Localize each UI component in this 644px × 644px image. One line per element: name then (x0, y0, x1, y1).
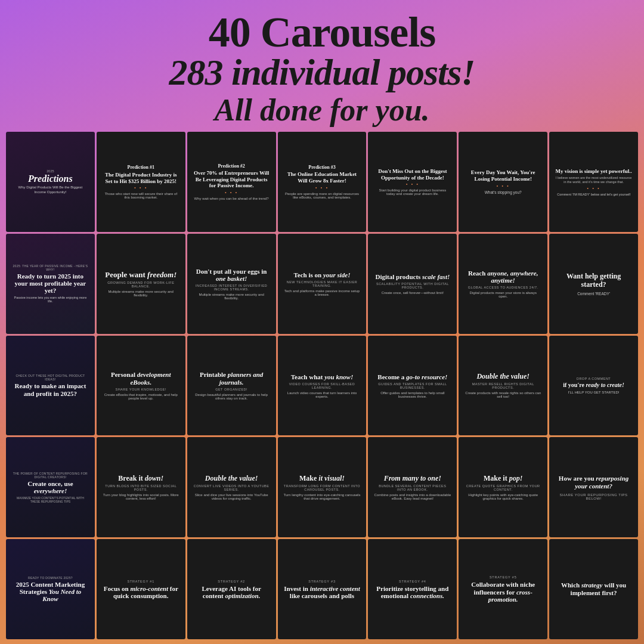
card-r2c1: 2025: THE YEAR OF PASSIVE INCOME - HERE'… (6, 234, 95, 334)
card-title: Reach anyone, anywhere, anytime! (465, 270, 541, 284)
card-cta: Comment 'READY' (577, 292, 610, 296)
card-strategy-label: STRATEGY #1 (127, 580, 154, 583)
card-strategy-label: STRATEGY #5 (490, 575, 517, 579)
dots: • • • (587, 186, 600, 191)
card-sublabel: MASTER RESELL RIGHTS DIGITAL PRODUCTS. (465, 382, 541, 389)
card-r2c6: Reach anyone, anywhere, anytime! GLOBAL … (459, 234, 547, 334)
card-sublabel: SCALABILITY POTENTIAL WITH DIGITAL PRODU… (374, 282, 451, 289)
card-subtitle: The Digital Product Industry is Set to H… (103, 172, 179, 185)
card-sublabel: GET ORGANIZED! (215, 388, 247, 391)
card-body: Why Digital Products Will Be the Biggest… (12, 185, 89, 194)
card-title: Don't Miss Out on the Biggest Opportunit… (374, 168, 451, 181)
card-r1c1: 2025 Predictions Why Digital Products Wi… (6, 132, 95, 232)
card-body: Combine posts and insights into a downlo… (374, 493, 451, 500)
card-r4c1: THE POWER OF CONTENT REPURPOSING FOR DIG… (6, 437, 95, 537)
title-done: All done for you. (6, 93, 638, 127)
card-title: Collaborate with niche influencers for c… (465, 581, 541, 602)
card-title: if you're ready to create! (563, 382, 624, 389)
card-body: Design beautiful planners and journals t… (193, 393, 270, 400)
card-r2c3: Don't put all your eggs in one basket! I… (187, 234, 276, 334)
card-title: Prioritize storytelling and emotional co… (374, 585, 451, 599)
title-sub: 283 individual posts! (6, 54, 638, 91)
card-r5c4: STRATEGY #3 Invest in interactive conten… (278, 539, 367, 639)
card-r5c6: STRATEGY #5 Collaborate with niche influ… (459, 539, 547, 639)
card-body: Highlight key points with eye-catching q… (465, 493, 541, 500)
card-r3c4: Teach what you know! VIDEO COURSES FOR S… (278, 336, 367, 436)
card-body: I believe women are the most underutiliz… (555, 176, 632, 184)
card-toplabel: DROP A COMMENT (577, 377, 611, 380)
card-title: From many to one! (384, 475, 441, 482)
card-body: Digital products mean your store is alwa… (465, 291, 541, 298)
card-sublabel: SHARE YOUR KNOWLEDGE! (115, 388, 166, 391)
card-label: CHECK OUT THESE HOT DIGITAL PRODUCT IDEA… (12, 374, 89, 381)
card-body: Create eBooks that inspire, motivate, an… (103, 393, 179, 400)
card-strategy-label: STRATEGY #2 (218, 580, 245, 583)
card-sublabel: TRANSFORM LONG FORM CONTENT INTO CAROUSE… (284, 484, 361, 491)
dots: • • • (406, 182, 419, 187)
card-title: Invest in interactive content like carou… (284, 585, 361, 599)
card-strategy-label: STRATEGY #3 (308, 580, 336, 583)
card-sublabel: INCREASED INTEREST IN DIVERSIFIED INCOME… (193, 284, 270, 291)
card-sublabel: GLOBAL ACCESS TO AUDIENCES 24/7. (468, 286, 538, 289)
card-r1c2: Prediction #1 The Digital Product Indust… (97, 132, 185, 232)
card-r1c4: Prediction #3 The Online Education Marke… (278, 132, 367, 232)
card-body: Multiple streams make more security and … (103, 290, 179, 297)
card-title: Want help getting started? (555, 272, 632, 289)
card-title: Don't put all your eggs in one basket! (193, 268, 270, 282)
card-r4c4: Make it visual! TRANSFORM LONG FORM CONT… (278, 437, 367, 537)
card-r4c3: Double the value! CONVERT LIVE VIDEOS IN… (187, 437, 276, 537)
dots: • • • (225, 190, 238, 196)
card-strategy-label: STRATEGY #4 (399, 580, 426, 583)
card-r3c5: Become a go-to resource! GUIDES AND TEMP… (368, 336, 457, 436)
card-body: Passive income lets you earn while enjoy… (12, 296, 89, 303)
card-body: Multiple streams make more security and … (193, 293, 270, 300)
card-r5c2: STRATEGY #1 Focus on micro-content for q… (97, 539, 185, 639)
header-section: 40 Carousels 283 individual posts! All d… (6, 11, 638, 127)
card-body: Tech and platforms make passive income s… (284, 289, 361, 296)
card-r3c1: CHECK OUT THESE HOT DIGITAL PRODUCT IDEA… (6, 336, 95, 436)
card-title: The Online Education Market Will Grow 8x… (284, 171, 361, 184)
card-r4c5: From many to one! BUNDLE SEVERAL CONTENT… (368, 437, 457, 537)
card-r5c1: READY TO DOMINATE 2025? 2025 Content Mar… (6, 539, 95, 639)
card-body: Offer guides and templates to help small… (374, 391, 451, 398)
main-container: 40 Carousels 283 individual posts! All d… (0, 0, 644, 644)
card-body: MAXIMIZE YOUR CONTENT'S POTENTIAL WITH T… (12, 496, 89, 503)
card-title: Tech is on your side! (294, 271, 351, 278)
card-r3c3: Printable planners and journals. GET ORG… (187, 336, 276, 436)
card-body: Turn lengthy content into eye-catching c… (284, 493, 361, 500)
card-sublabel: CREATE QUOTE GRAPHICS FROM YOUR CONTENT. (465, 484, 541, 491)
card-r1c5: Don't Miss Out on the Biggest Opportunit… (368, 132, 457, 232)
card-body: Those who start now will secure their sh… (103, 192, 179, 199)
card-title: Make it pop! (484, 475, 522, 482)
card-body: Launch video courses that turn learners … (284, 391, 361, 398)
card-title: My vision is simple yet powerful.. (555, 168, 631, 175)
card-title: Break it down! (118, 475, 163, 482)
card-body: Why wait when you can be ahead of the tr… (194, 197, 269, 200)
card-title: Double the value! (476, 373, 530, 380)
title-main: 40 Carousels (6, 11, 638, 54)
card-title: Become a go-to resource! (377, 373, 447, 380)
card-title: Ready to make an impact and profit in 20… (12, 382, 89, 397)
card-body: Create products with resale rights so ot… (465, 391, 541, 398)
card-title: Make it visual! (299, 475, 345, 482)
dots: • • • (497, 184, 510, 189)
card-r3c7: DROP A COMMENT if you're ready to create… (549, 336, 638, 436)
card-body: Slice and dice your live sessions into Y… (193, 493, 270, 500)
card-title: Over 70% of Entrepreneurs Will Be Levera… (193, 170, 270, 189)
card-title: Personal development eBooks. (103, 371, 179, 385)
card-title: Prediction #1 (128, 165, 154, 170)
card-r1c6: Every Day You Wait, You're Losing Potent… (459, 132, 547, 232)
card-title: Which strategy will you implement first? (555, 581, 632, 597)
card-body: Start building your digital product busi… (374, 188, 451, 196)
card-title: Focus on micro-content for quick consump… (103, 585, 179, 599)
card-label: Prediction #3 (308, 165, 335, 170)
card-sublabel: BUNDLE SEVERAL CONTENT PIECES INTO AN EB… (374, 484, 451, 491)
card-title: Predictions (28, 174, 73, 184)
card-r4c7: How are you repurposing your content? SH… (549, 437, 638, 537)
card-r3c6: Double the value! MASTER RESELL RIGHTS D… (459, 336, 547, 436)
card-title: Double the value! (205, 475, 258, 482)
card-label: 2025 (47, 169, 54, 173)
card-r1c7: My vision is simple yet powerful.. I bel… (549, 132, 638, 232)
card-cta: Comment 'I'M READY' below and let's get … (557, 193, 630, 196)
card-label: 2025: THE YEAR OF PASSIVE INCOME - HERE'… (12, 264, 89, 271)
